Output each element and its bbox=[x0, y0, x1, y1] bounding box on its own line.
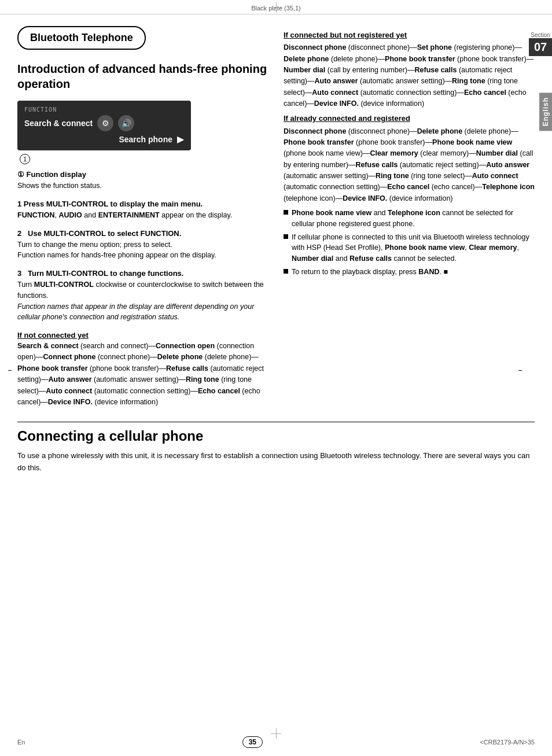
step-3-multicontrol: MULTI-CONTROL bbox=[34, 281, 94, 289]
left-column: Bluetooth Telephone Introduction of adva… bbox=[17, 26, 272, 410]
step-3-title: 3 Turn MULTI-CONTROL to change functions… bbox=[17, 269, 272, 278]
func-arrow: ▶ bbox=[177, 134, 184, 145]
step-2-title: 2 Use MULTI-CONTROL to select FUNCTION. bbox=[17, 229, 272, 238]
step-3-italic: Function names that appear in the displa… bbox=[17, 303, 254, 322]
function-display: FUNCTION Search & connect ⚙ 🔊 Search pho… bbox=[17, 101, 191, 150]
func-row1-text: Search & connect bbox=[24, 119, 93, 128]
if-already-connected-body: Disconnect phone (disconnect phone)—Dele… bbox=[284, 126, 535, 205]
step-1-bold3: ENTERTAINMENT bbox=[98, 211, 160, 219]
page-header: Black plate (35,1) bbox=[0, 0, 552, 14]
section-heading: Introduction of advanced hands-free phon… bbox=[17, 61, 272, 91]
section-label: Section bbox=[529, 32, 552, 38]
bullet-sq-3 bbox=[284, 269, 288, 274]
section-number: 07 bbox=[529, 38, 552, 56]
func-label: FUNCTION bbox=[24, 106, 184, 113]
bullet-1: Phone book name view and Telephone icon … bbox=[284, 208, 535, 230]
right-section: If connected but not registered yet Disc… bbox=[284, 29, 535, 278]
func-icon2: 🔊 bbox=[118, 115, 134, 131]
step-1-body: FUNCTION, AUDIO and ENTERTAINMENT appear… bbox=[17, 210, 272, 221]
if-already-connected-heading: If already connected and registered bbox=[284, 113, 535, 124]
step-2-body: Turn to change the menu option; press to… bbox=[17, 239, 272, 261]
func-row2-text: Search phone bbox=[119, 135, 172, 144]
footer-en-label: En bbox=[17, 739, 25, 746]
step-2: 2 Use MULTI-CONTROL to select FUNCTION. … bbox=[17, 229, 272, 261]
bullet-3-text: To return to the playback display, press… bbox=[292, 267, 448, 278]
main-content: Bluetooth Telephone Introduction of adva… bbox=[0, 14, 552, 422]
if-connected-not-reg-heading: If connected but not registered yet bbox=[284, 29, 535, 41]
bottom-section: Connecting a cellular phone To use a pho… bbox=[0, 422, 552, 486]
if-not-connected-p1: Search & connect (search and connect)—Co… bbox=[17, 341, 272, 408]
step-1-bold: FUNCTION bbox=[17, 211, 55, 219]
right-column: If connected but not registered yet Disc… bbox=[284, 26, 535, 410]
bullet-sq-1 bbox=[284, 210, 288, 215]
bullet-1-text: Phone book name view and Telephone icon … bbox=[292, 208, 535, 230]
if-connected-not-reg-body: Disconnect phone (disconnect phone)—Set … bbox=[284, 42, 535, 109]
bottom-text: To use a phone wirelessly with this unit… bbox=[17, 450, 535, 474]
if-not-connected-heading: If not connected yet bbox=[17, 331, 272, 340]
annotation-1: ① Function display Shows the function st… bbox=[17, 170, 272, 191]
annotation-1-body: Shows the function status. bbox=[17, 180, 272, 191]
margin-mark-right bbox=[518, 370, 522, 371]
margin-mark-left bbox=[8, 370, 12, 371]
func-icon: ⚙ bbox=[97, 115, 113, 131]
language-label: English bbox=[539, 93, 552, 131]
circle-num: 1 bbox=[20, 154, 30, 164]
step-1-bold2: AUDIO bbox=[59, 211, 82, 219]
page-number: 35 bbox=[242, 736, 263, 748]
bullet-sq-2 bbox=[284, 234, 288, 239]
section-indicator: Section 07 bbox=[529, 32, 552, 56]
bullet-2-text: If cellular phone is connected to this u… bbox=[292, 232, 535, 264]
step-3-body: Turn MULTI-CONTROL clockwise or counterc… bbox=[17, 279, 272, 323]
bottom-heading: Connecting a cellular phone bbox=[17, 428, 535, 444]
func-row1: Search & connect ⚙ 🔊 bbox=[24, 115, 184, 131]
step-3: 3 Turn MULTI-CONTROL to change functions… bbox=[17, 269, 272, 323]
crosshair-top bbox=[271, 2, 281, 13]
bullet-3: To return to the playback display, press… bbox=[284, 267, 535, 278]
footer-code: <CRB2179-A/N>35 bbox=[480, 739, 535, 746]
if-not-connected-body: Search & connect (search and connect)—Co… bbox=[17, 341, 272, 408]
func-row2: Search phone ▶ bbox=[24, 134, 184, 145]
step-1: 1 Press MULTI-CONTROL to display the mai… bbox=[17, 200, 272, 221]
step-1-title: 1 Press MULTI-CONTROL to display the mai… bbox=[17, 200, 272, 208]
circle-annotation: 1 bbox=[17, 154, 272, 164]
annotation-1-title: ① Function display bbox=[17, 170, 272, 179]
crosshair-bottom bbox=[271, 728, 281, 739]
bullet-2: If cellular phone is connected to this u… bbox=[284, 232, 535, 264]
page-title: Bluetooth Telephone bbox=[17, 26, 146, 50]
